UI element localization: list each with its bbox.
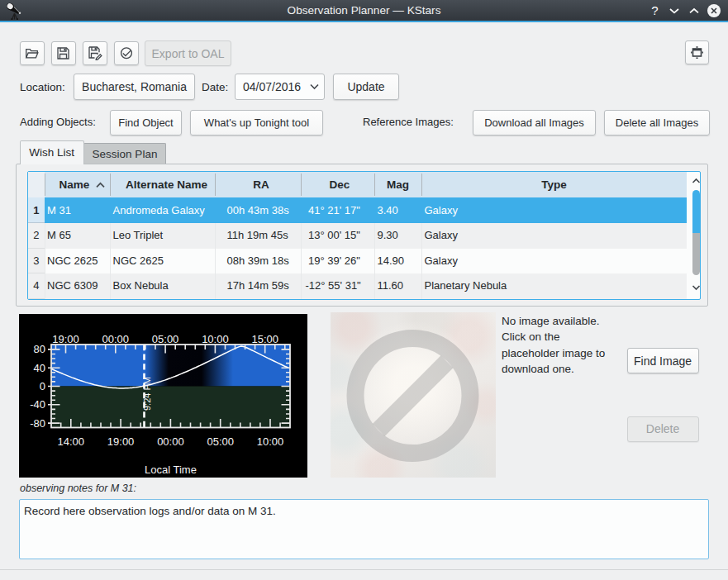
svg-text:-40: -40: [30, 398, 45, 411]
svg-text:0: 0: [40, 380, 45, 392]
svg-text:00:00: 00:00: [102, 333, 130, 345]
svg-text:10:00: 10:00: [257, 435, 284, 448]
svg-text:9:24 PM: 9:24 PM: [142, 377, 152, 411]
svg-text:05:00: 05:00: [207, 435, 234, 448]
svg-text:14:00: 14:00: [58, 435, 85, 448]
svg-text:00:00: 00:00: [157, 435, 184, 448]
svg-text:-80: -80: [30, 417, 45, 430]
svg-text:40: 40: [34, 362, 45, 374]
svg-text:Local Time: Local Time: [145, 464, 197, 476]
svg-text:15:00: 15:00: [251, 333, 278, 345]
svg-text:05:00: 05:00: [152, 333, 179, 345]
svg-text:19:00: 19:00: [107, 435, 135, 448]
svg-text:10:00: 10:00: [202, 333, 229, 345]
svg-text:19:00: 19:00: [52, 333, 79, 345]
svg-text:80: 80: [34, 343, 45, 355]
